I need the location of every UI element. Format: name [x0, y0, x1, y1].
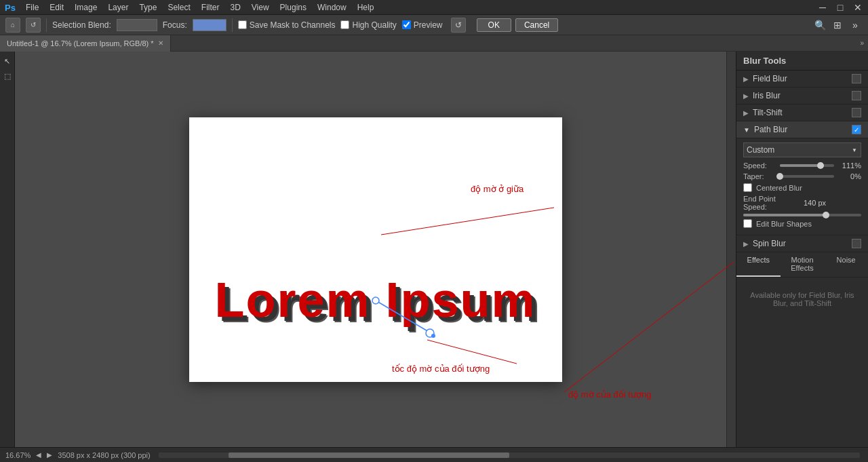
taper-row: Taper: 0% [743, 172, 861, 180]
status-nav-left[interactable]: ◀ [36, 451, 41, 459]
undo-button[interactable]: ↺ [451, 18, 466, 33]
restore-button[interactable]: □ [833, 0, 848, 15]
status-nav-right[interactable]: ▶ [47, 451, 52, 459]
close-button[interactable]: ✕ [850, 0, 865, 15]
speed-row: Speed: 111% [743, 161, 861, 170]
cursor-tool[interactable]: ↖ [1, 54, 14, 68]
tilt-shift-arrow: ▶ [743, 109, 749, 117]
document-info: 3508 px x 2480 px (300 ppi) [58, 451, 150, 459]
menu-help[interactable]: Help [352, 1, 380, 14]
tilt-shift-item[interactable]: ▶ Tilt-Shift [736, 104, 868, 121]
menubar: Ps File Edit Image Layer Type Select Fil… [0, 0, 868, 15]
taper-value: 0% [837, 172, 861, 180]
taper-thumb[interactable] [776, 173, 783, 180]
menu-view[interactable]: View [246, 1, 275, 14]
preview-checkbox[interactable] [402, 20, 411, 29]
field-blur-item[interactable]: ▶ Field Blur [736, 71, 868, 88]
canvas: Lorem Ipsum [189, 117, 562, 382]
menu-edit[interactable]: Edit [44, 1, 69, 14]
blur-path-overlay [189, 117, 562, 382]
end-point-speed-label: End Point Speed: [743, 195, 801, 211]
save-mask-group: Save Mask to Channels [238, 20, 336, 30]
app-logo: Ps [3, 0, 18, 15]
path-blur-checkbox[interactable]: ✓ [852, 125, 861, 134]
path-blur-controls: Custom Basic ▼ Speed: 111% Taper: [736, 138, 868, 235]
effects-content: Available only for Field Blur, Iris Blur… [736, 277, 868, 321]
menu-filter[interactable]: Filter [196, 1, 225, 14]
high-quality-checkbox[interactable] [340, 20, 349, 29]
noise-tab[interactable]: Noise [824, 252, 868, 277]
save-mask-checkbox[interactable] [238, 20, 247, 29]
menu-layer[interactable]: Layer [102, 1, 134, 14]
selection-blend-input[interactable] [117, 19, 157, 31]
taper-label: Taper: [743, 172, 777, 180]
taper-track[interactable] [780, 175, 834, 178]
menu-plugins[interactable]: Plugins [275, 1, 312, 14]
save-mask-label: Save Mask to Channels [250, 20, 336, 30]
iris-blur-checkbox[interactable] [852, 91, 861, 100]
object-blur-annotation: độ mờ của đối tượng [568, 389, 651, 400]
menu-window[interactable]: Window [312, 1, 352, 14]
path-blur-label: Path Blur [754, 125, 848, 134]
edit-blur-shapes-checkbox[interactable] [743, 219, 752, 228]
focus-input[interactable] [193, 19, 226, 31]
document-tab[interactable]: Untitled-1 @ 16.7% (Lorem Ipsum, RGB/8) … [0, 35, 171, 52]
mode-select-wrapper: Custom Basic ▼ [743, 142, 861, 157]
speed-track[interactable] [780, 164, 834, 167]
panel-arrow-icon[interactable]: » [848, 18, 863, 33]
speed-thumb[interactable] [817, 162, 824, 169]
focus-label: Focus: [163, 20, 187, 30]
centered-blur-row: Centered Blur [743, 183, 861, 192]
zoom-level: 16.67% [5, 451, 31, 459]
speed-value: 111% [837, 161, 861, 170]
high-quality-label: High Quality [352, 20, 396, 30]
svg-point-4 [426, 329, 434, 337]
search-icon[interactable]: 🔍 [812, 18, 827, 33]
menu-select[interactable]: Select [162, 1, 195, 14]
tab-expand-button[interactable]: » [856, 39, 868, 47]
edit-blur-shapes-label: Edit Blur Shapes [756, 220, 812, 228]
path-blur-item[interactable]: ▼ Path Blur ✓ [736, 121, 868, 138]
menu-3d[interactable]: 3D [224, 1, 245, 14]
reset-button[interactable]: ↺ [26, 18, 41, 33]
centered-blur-checkbox[interactable] [743, 183, 752, 192]
end-point-track[interactable] [743, 214, 861, 216]
menu-type[interactable]: Type [134, 1, 162, 14]
marquee-tool[interactable]: ⬚ [1, 69, 14, 83]
effects-tab[interactable]: Effects [736, 252, 781, 277]
iris-blur-arrow: ▶ [743, 92, 749, 100]
vertical-scrollbar[interactable] [726, 52, 736, 447]
speed-label: Speed: [743, 161, 777, 170]
iris-blur-item[interactable]: ▶ Iris Blur [736, 88, 868, 104]
spin-blur-item[interactable]: ▶ Spin Blur [736, 235, 868, 252]
end-point-fill [743, 214, 826, 216]
field-blur-checkbox[interactable] [852, 74, 861, 83]
canvas-text: Lorem Ipsum [214, 272, 536, 328]
cancel-button[interactable]: Cancel [515, 18, 558, 32]
field-blur-label: Field Blur [753, 74, 848, 83]
iris-blur-label: Iris Blur [753, 91, 848, 100]
motion-effects-tab[interactable]: Motion Effects [781, 252, 825, 277]
left-tool-panel: ↖ ⬚ [0, 52, 15, 447]
mode-select[interactable]: Custom Basic [743, 142, 861, 157]
right-panel: Blur Tools ▶ Field Blur ▶ Iris Blur ▶ Ti… [736, 52, 868, 447]
workspace-icon[interactable]: ⊞ [830, 18, 845, 33]
spin-blur-label: Spin Blur [753, 239, 848, 248]
tilt-shift-checkbox[interactable] [852, 108, 861, 117]
minimize-button[interactable]: ─ [815, 0, 830, 15]
tab-title: Untitled-1 @ 16.7% (Lorem Ipsum, RGB/8) … [7, 39, 154, 47]
field-blur-arrow: ▶ [743, 75, 749, 83]
blur-tools-title: Blur Tools [736, 52, 868, 71]
menu-image[interactable]: Image [69, 1, 102, 14]
home-button[interactable]: ⌂ [5, 18, 20, 33]
end-point-thumb[interactable] [823, 212, 829, 218]
spin-blur-checkbox[interactable] [852, 239, 861, 248]
effects-tabs: Effects Motion Effects Noise [736, 252, 868, 277]
toolbar: ⌂ ↺ Selection Blend: Focus: Save Mask to… [0, 15, 868, 35]
horizontal-scrollbar[interactable] [159, 453, 860, 458]
tab-close-button[interactable]: ✕ [158, 39, 163, 47]
svg-point-5 [431, 334, 435, 338]
menu-file[interactable]: File [20, 1, 44, 14]
ok-button[interactable]: OK [477, 18, 511, 32]
end-point-speed-value: 140 px [804, 199, 826, 207]
